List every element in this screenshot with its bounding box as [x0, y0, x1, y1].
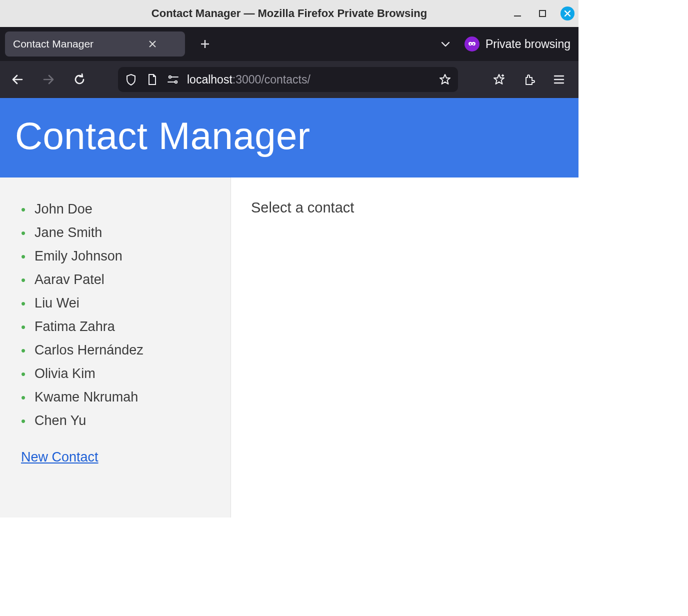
- contact-link[interactable]: Jane Smith: [34, 225, 102, 240]
- new-contact-link[interactable]: New Contact: [21, 450, 98, 465]
- app-header: Contact Manager: [0, 98, 578, 178]
- contact-list-item[interactable]: •Carlos Hernández: [21, 338, 212, 362]
- reload-button[interactable]: [69, 69, 90, 90]
- bullet-icon: •: [21, 414, 26, 428]
- private-browsing-indicator: Private browsing: [464, 36, 574, 52]
- bullet-icon: •: [21, 320, 26, 334]
- contact-list-item[interactable]: •Chen Yu: [21, 409, 212, 432]
- contact-sidebar: •John Doe•Jane Smith•Emily Johnson•Aarav…: [0, 178, 231, 518]
- url-host: localhost: [187, 73, 232, 86]
- window-titlebar: Contact Manager — Mozilla Firefox Privat…: [0, 0, 578, 27]
- svg-marker-16: [440, 74, 450, 84]
- contact-list-item[interactable]: •John Doe: [21, 198, 212, 221]
- url-bar[interactable]: localhost:3000/contacts/: [118, 67, 458, 92]
- app-menu-icon[interactable]: [548, 69, 570, 90]
- contact-list: •John Doe•Jane Smith•Emily Johnson•Aarav…: [21, 198, 212, 432]
- contact-list-item[interactable]: •Kwame Nkrumah: [21, 386, 212, 409]
- detail-placeholder: Select a contact: [251, 200, 558, 216]
- tab-close-icon[interactable]: [148, 40, 156, 48]
- bullet-icon: •: [21, 297, 26, 310]
- contact-link[interactable]: Carlos Hernández: [34, 342, 144, 358]
- bookmarks-library-icon[interactable]: [488, 69, 510, 90]
- contact-list-item[interactable]: •Fatima Zahra: [21, 315, 212, 338]
- svg-point-8: [470, 44, 472, 45]
- contact-link[interactable]: Kwame Nkrumah: [34, 390, 138, 405]
- window-controls: [510, 0, 574, 27]
- contact-link[interactable]: Fatima Zahra: [34, 319, 115, 334]
- tabs-dropdown-button[interactable]: [436, 34, 456, 54]
- app-body: •John Doe•Jane Smith•Emily Johnson•Aarav…: [0, 178, 578, 518]
- contact-list-item[interactable]: •Olivia Kim: [21, 362, 212, 386]
- bullet-icon: •: [21, 274, 26, 286]
- shield-icon[interactable]: [124, 72, 138, 86]
- bullet-icon: •: [21, 368, 26, 380]
- navigation-toolbar: localhost:3000/contacts/: [0, 61, 578, 98]
- svg-rect-1: [540, 10, 546, 16]
- contact-link[interactable]: Emily Johnson: [34, 248, 122, 264]
- bullet-icon: •: [21, 391, 26, 404]
- contact-link[interactable]: Aarav Patel: [34, 272, 104, 288]
- svg-point-12: [169, 76, 171, 78]
- private-label: Private browsing: [486, 38, 570, 51]
- contact-list-item[interactable]: •Liu Wei: [21, 292, 212, 315]
- bullet-icon: •: [21, 250, 26, 263]
- url-text[interactable]: localhost:3000/contacts/: [187, 73, 431, 86]
- extensions-icon[interactable]: [518, 69, 540, 90]
- bullet-icon: •: [21, 344, 26, 357]
- svg-point-14: [175, 81, 177, 83]
- contact-link[interactable]: Olivia Kim: [34, 366, 96, 382]
- contact-list-item[interactable]: •Emily Johnson: [21, 244, 212, 268]
- toolbar-right: [488, 69, 572, 90]
- app-title: Contact Manager: [15, 114, 310, 157]
- window-minimize-button[interactable]: [510, 6, 524, 20]
- permissions-icon[interactable]: [166, 72, 180, 86]
- browser-tab[interactable]: Contact Manager: [5, 32, 185, 56]
- forward-button[interactable]: [38, 69, 59, 90]
- back-button[interactable]: [7, 69, 28, 90]
- url-path: :3000/contacts/: [232, 73, 310, 86]
- contact-link[interactable]: Chen Yu: [34, 413, 86, 428]
- window-maximize-button[interactable]: [536, 6, 550, 20]
- contact-link[interactable]: John Doe: [34, 202, 92, 217]
- contact-link[interactable]: Liu Wei: [34, 296, 80, 311]
- page-content: Contact Manager •John Doe•Jane Smith•Emi…: [0, 98, 578, 518]
- window-close-button[interactable]: [560, 6, 574, 20]
- bullet-icon: •: [21, 226, 26, 240]
- contact-list-item[interactable]: •Aarav Patel: [21, 268, 212, 292]
- bullet-icon: •: [21, 203, 26, 216]
- svg-point-9: [473, 44, 474, 45]
- contact-list-item[interactable]: •Jane Smith: [21, 221, 212, 244]
- bookmark-star-icon[interactable]: [438, 72, 452, 86]
- page-info-icon[interactable]: [145, 72, 159, 86]
- private-mask-icon: [464, 36, 480, 52]
- tab-strip: Contact Manager Private browsing: [0, 27, 578, 61]
- window-title: Contact Manager — Mozilla Firefox Privat…: [152, 7, 427, 20]
- new-tab-button[interactable]: [194, 33, 216, 55]
- tab-title: Contact Manager: [13, 38, 94, 50]
- contact-detail-pane: Select a contact: [231, 178, 578, 518]
